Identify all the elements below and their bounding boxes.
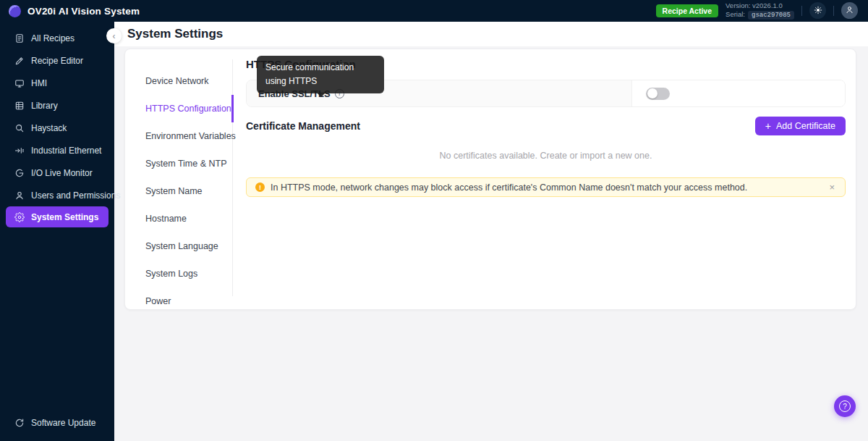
- help-button[interactable]: ?: [834, 395, 856, 417]
- add-certificate-label: Add Certificate: [776, 121, 835, 131]
- monitor-icon: [14, 78, 25, 88]
- user-icon: [14, 190, 25, 201]
- pencil-icon: [14, 56, 25, 66]
- app-header: OV20i AI Vision System Recipe Active Ver…: [0, 0, 868, 22]
- sidebar-item-all-recipes[interactable]: All Recipes: [0, 27, 114, 49]
- ssl-info-tooltip: Secure communication using HTTPS: [257, 56, 384, 93]
- warning-message: In HTTPS mode, network changes may block…: [271, 182, 822, 193]
- add-certificate-button[interactable]: + Add Certificate: [755, 117, 846, 135]
- sidebar-item-label: Software Update: [31, 418, 95, 428]
- sidebar-item-label: Users and Permissions: [31, 190, 120, 201]
- https-configuration-panel: HTTPS Configuration Secure communication…: [233, 49, 856, 309]
- sidebar-item-label: All Recipes: [31, 33, 75, 43]
- settings-nav-power[interactable]: Power: [125, 287, 232, 315]
- https-warning-banner: ! In HTTPS mode, network changes may blo…: [246, 177, 846, 197]
- settings-nav-system-name[interactable]: System Name: [125, 177, 232, 205]
- recipe-active-badge: Recipe Active: [656, 4, 718, 17]
- sidebar-item-software-update[interactable]: Software Update: [0, 411, 114, 434]
- sidebar-item-library[interactable]: Library: [0, 94, 114, 117]
- serial-label: Serial:: [726, 11, 745, 19]
- app-logo-icon: [9, 5, 21, 17]
- settings-nav-https-configuration[interactable]: HTTPS Configuration: [125, 95, 234, 122]
- warning-icon: !: [255, 182, 265, 192]
- sidebar-item-haystack[interactable]: Haystack: [0, 117, 114, 139]
- serial-value: gsac297085: [748, 11, 794, 20]
- settings-nav-system-logs[interactable]: System Logs: [125, 260, 232, 287]
- sidebar-item-system-settings[interactable]: System Settings: [6, 206, 109, 227]
- settings-nav-environment-variables[interactable]: Environment Variables: [125, 122, 232, 150]
- app-title: OV20i AI Vision System: [27, 6, 140, 17]
- settings-nav-device-network[interactable]: Device Network: [125, 67, 232, 95]
- ssl-toggle[interactable]: [646, 88, 670, 100]
- version-info: Version: v2026.1.0 Serial: gsac297085: [726, 2, 794, 20]
- grid-icon: [14, 101, 25, 111]
- sidebar-item-industrial-ethernet[interactable]: Industrial Ethernet: [0, 139, 114, 161]
- settings-nav-system-time-ntp[interactable]: System Time & NTP: [125, 150, 232, 177]
- sidebar-item-users-permissions[interactable]: Users and Permissions: [0, 184, 114, 206]
- page-title: System Settings: [127, 27, 223, 41]
- sidebar-item-recipe-editor[interactable]: Recipe Editor: [0, 49, 114, 72]
- plus-icon: +: [765, 121, 771, 131]
- main-content: ‹ System Settings Device Network HTTPS C…: [114, 22, 868, 441]
- sidebar-item-hmi[interactable]: HMI: [0, 72, 114, 94]
- user-icon: [845, 4, 854, 17]
- sidebar-item-label: Industrial Ethernet: [31, 146, 101, 156]
- question-mark-icon: ?: [839, 400, 851, 412]
- ethernet-icon: [14, 146, 25, 156]
- user-avatar[interactable]: [841, 2, 858, 19]
- sidebar-item-label: HMI: [31, 78, 47, 88]
- theme-toggle-button[interactable]: [809, 2, 826, 19]
- version-label: Version: v2026.1.0: [726, 2, 794, 10]
- sidebar-collapse-button[interactable]: ‹: [106, 28, 122, 43]
- certificate-management-title: Certificate Management: [246, 120, 360, 132]
- refresh-icon: [14, 418, 25, 428]
- sidebar-item-label: I/O Live Monitor: [31, 168, 93, 178]
- sidebar-item-label: Haystack: [31, 123, 67, 133]
- settings-nav-hostname[interactable]: Hostname: [125, 205, 232, 232]
- sidebar-item-io-live-monitor[interactable]: I/O Live Monitor: [0, 161, 114, 184]
- page-titlebar: System Settings: [114, 22, 868, 46]
- certificates-empty-message: No certificates available. Create or imp…: [246, 151, 846, 161]
- sidebar: All Recipes Recipe Editor HMI Library Ha…: [0, 22, 114, 441]
- header-divider: [833, 6, 834, 16]
- sidebar-item-label: Library: [31, 101, 58, 111]
- settings-card: Device Network HTTPS Configuration Envir…: [124, 49, 856, 310]
- settings-nav-system-language[interactable]: System Language: [125, 232, 232, 260]
- recipes-icon: [14, 33, 25, 43]
- gear-icon: [14, 212, 25, 222]
- settings-nav: Device Network HTTPS Configuration Envir…: [125, 59, 233, 296]
- header-divider: [801, 6, 802, 16]
- sun-icon: [814, 4, 822, 17]
- sidebar-item-label: System Settings: [31, 212, 98, 222]
- close-icon[interactable]: ×: [827, 182, 836, 193]
- search-icon: [14, 123, 25, 133]
- sidebar-item-label: Recipe Editor: [31, 56, 83, 66]
- gauge-icon: [14, 168, 25, 178]
